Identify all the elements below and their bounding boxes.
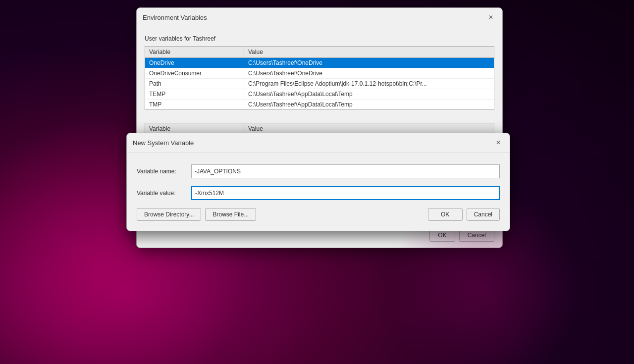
user-section-label: User variables for Tashreef	[145, 35, 494, 42]
env-dialog-titlebar: Environment Variables ✕	[137, 8, 502, 27]
variable-value-label: Variable value:	[137, 190, 191, 197]
variable-name-input[interactable]	[191, 164, 500, 178]
new-var-cancel-button[interactable]: Cancel	[467, 208, 500, 221]
new-var-dialog-content: Variable name: Variable value: Browse Di…	[127, 153, 510, 231]
variable-name-row: Variable name:	[137, 164, 500, 178]
new-var-dialog-title: New System Variable	[133, 139, 194, 147]
table-row[interactable]: TMP C:\Users\Tashreef\AppData\Local\Temp	[145, 100, 494, 109]
table-row[interactable]: OneDrive C:\Users\Tashreef\OneDrive	[145, 58, 494, 68]
new-var-dialog-close-button[interactable]: ✕	[493, 137, 504, 148]
variable-cell: TMP	[145, 100, 244, 109]
variable-value-input[interactable]	[191, 186, 500, 200]
variable-cell: Path	[145, 79, 244, 89]
browse-file-button[interactable]: Browse File...	[205, 208, 256, 221]
table-row[interactable]: TEMP C:\Users\Tashreef\AppData\Local\Tem…	[145, 89, 494, 100]
new-var-dialog-titlebar: New System Variable ✕	[127, 133, 510, 153]
value-cell: C:\Users\Tashreef\AppData\Local\Temp	[244, 89, 494, 99]
variable-column-header: Variable	[145, 47, 244, 57]
variable-value-row: Variable value:	[137, 186, 500, 200]
variable-cell: OneDrive	[145, 58, 244, 68]
variable-name-label: Variable name:	[137, 168, 191, 175]
env-dialog-title: Environment Variables	[143, 14, 207, 21]
variable-cell: OneDriveConsumer	[145, 68, 244, 78]
browse-directory-button[interactable]: Browse Directory...	[137, 208, 201, 221]
table-row[interactable]: OneDriveConsumer C:\Users\Tashreef\OneDr…	[145, 68, 494, 79]
new-var-ok-button[interactable]: OK	[428, 208, 463, 221]
variable-cell: TEMP	[145, 89, 244, 99]
value-cell: C:\Users\Tashreef\AppData\Local\Temp	[244, 100, 494, 109]
user-table-header: Variable Value	[145, 47, 494, 58]
env-dialog-content: User variables for Tashreef Variable Val…	[137, 27, 502, 123]
new-system-variable-dialog: New System Variable ✕ Variable name: Var…	[126, 133, 510, 231]
user-variables-table: Variable Value OneDrive C:\Users\Tashree…	[145, 46, 494, 110]
value-cell: C:\Users\Tashreef\OneDrive	[244, 68, 494, 78]
browse-button-row: Browse Directory... Browse File... OK Ca…	[137, 208, 500, 221]
value-cell: C:\Program Files\Eclipse Adoptium\jdk-17…	[244, 79, 494, 89]
table-row[interactable]: Path C:\Program Files\Eclipse Adoptium\j…	[145, 79, 494, 89]
value-cell: C:\Users\Tashreef\OneDrive	[244, 58, 494, 68]
value-column-header: Value	[244, 47, 494, 57]
env-dialog-close-button[interactable]: ✕	[485, 12, 496, 23]
